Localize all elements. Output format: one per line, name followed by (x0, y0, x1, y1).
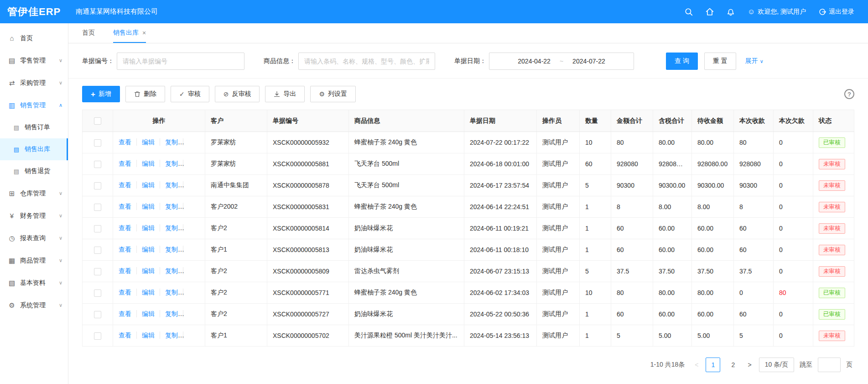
home-icon[interactable] (706, 8, 714, 16)
copy-link[interactable]: 复制 (160, 267, 178, 274)
search-button[interactable]: 查 询 (666, 53, 698, 70)
tab-sales-outbound[interactable]: 销售出库 × (113, 23, 146, 43)
view-link[interactable]: 查看 (119, 181, 131, 189)
delete-link[interactable]: 删除 (183, 138, 201, 146)
sidebar-item-system[interactable]: ⚙ 系统管理 ∨ (0, 294, 68, 316)
view-link[interactable]: 查看 (119, 246, 131, 253)
copy-link[interactable]: 复制 (160, 224, 178, 231)
sidebar-item-warehouse[interactable]: ⊞ 仓库管理 ∨ (0, 182, 68, 205)
row-checkbox[interactable] (94, 182, 101, 189)
view-link[interactable]: 查看 (119, 224, 131, 231)
bell-icon[interactable] (727, 8, 735, 16)
row-checkbox[interactable] (94, 289, 101, 297)
app-logo: 管伊佳ERP (0, 5, 68, 19)
page-size-select[interactable]: 10 条/页 (759, 358, 794, 372)
page-button-2[interactable]: 2 (726, 358, 740, 372)
row-checkbox[interactable] (94, 225, 101, 232)
reset-button[interactable]: 重 置 (704, 53, 736, 70)
view-link[interactable]: 查看 (119, 331, 131, 339)
view-link[interactable]: 查看 (119, 310, 131, 317)
page-button-1[interactable]: 1 (706, 358, 720, 372)
delete-link[interactable]: 删除 (183, 160, 201, 167)
sidebar-item-retail[interactable]: ▤ 零售管理 ∨ (0, 49, 68, 72)
sidebar-item-basics[interactable]: ▧ 基本资料 ∨ (0, 272, 68, 294)
row-checkbox[interactable] (94, 139, 101, 147)
bill-no-input[interactable] (117, 53, 244, 70)
edit-link[interactable]: 编辑 (136, 289, 155, 296)
delete-link[interactable]: 删除 (183, 224, 201, 231)
tab-home[interactable]: 首页 (82, 23, 95, 43)
copy-link[interactable]: 复制 (160, 289, 178, 296)
cell-status: 未审核 (813, 196, 854, 218)
sidebar-item-sales-outbound[interactable]: ▤ 销售出库 (0, 138, 68, 160)
delete-link[interactable]: 删除 (183, 267, 201, 274)
status-badge: 已审核 (819, 309, 845, 320)
export-button[interactable]: 导出 (265, 86, 305, 102)
delete-link[interactable]: 删除 (183, 310, 201, 317)
expand-link[interactable]: 展开 ∨ (745, 57, 764, 65)
edit-link[interactable]: 编辑 (136, 246, 155, 253)
sidebar-item-sales[interactable]: ▥ 销售管理 ∧ (0, 94, 68, 116)
cell-debt: 0 (774, 261, 813, 282)
product-info-input[interactable] (298, 53, 435, 70)
close-icon[interactable]: × (142, 29, 146, 37)
welcome-user[interactable]: ☺ 欢迎您, 测试用户 (748, 8, 806, 16)
next-page-button[interactable]: > (746, 361, 753, 368)
edit-link[interactable]: 编辑 (136, 181, 155, 189)
view-link[interactable]: 查看 (119, 289, 131, 296)
delete-link[interactable]: 删除 (183, 331, 201, 339)
logout-icon (819, 8, 826, 16)
view-link[interactable]: 查看 (119, 203, 131, 210)
view-link[interactable]: 查看 (119, 267, 131, 274)
edit-link[interactable]: 编辑 (136, 224, 155, 231)
column-settings-button[interactable]: ⚙ 列设置 (310, 86, 356, 102)
copy-link[interactable]: 复制 (160, 203, 178, 210)
cell-amount: 5 (611, 325, 653, 347)
copy-link[interactable]: 复制 (160, 138, 178, 146)
date-range-picker[interactable]: 2024-04-22 ~ 2024-07-22 (489, 53, 634, 70)
edit-link[interactable]: 编辑 (136, 138, 155, 146)
audit-button[interactable]: ✓ 审核 (171, 86, 209, 102)
row-checkbox[interactable] (94, 204, 101, 211)
row-checkbox[interactable] (94, 311, 101, 318)
view-link[interactable]: 查看 (119, 138, 131, 146)
copy-link[interactable]: 复制 (160, 181, 178, 189)
search-icon[interactable] (685, 8, 693, 16)
select-all-checkbox[interactable] (94, 117, 101, 125)
logout-button[interactable]: 退出登录 (819, 8, 854, 16)
help-icon[interactable]: ? (844, 89, 854, 99)
add-button[interactable]: + 新增 (82, 86, 120, 102)
date-to-value[interactable]: 2024-07-22 (572, 58, 605, 65)
view-link[interactable]: 查看 (119, 160, 131, 167)
delete-link[interactable]: 删除 (183, 289, 201, 296)
jump-to-input[interactable] (818, 358, 841, 372)
edit-link[interactable]: 编辑 (136, 203, 155, 210)
sidebar-item-home[interactable]: ⌂ 首页 (0, 27, 68, 49)
copy-link[interactable]: 复制 (160, 160, 178, 167)
prev-page-button[interactable]: < (693, 361, 700, 368)
sidebar-item-finance[interactable]: ¥ 财务管理 ∨ (0, 205, 68, 227)
sidebar-item-purchase[interactable]: ⇄ 采购管理 ∨ (0, 72, 68, 94)
sidebar-item-goods[interactable]: ▦ 商品管理 ∨ (0, 249, 68, 272)
copy-link[interactable]: 复制 (160, 331, 178, 339)
delete-link[interactable]: 删除 (183, 181, 201, 189)
cell-debt: 0 (774, 175, 813, 196)
edit-link[interactable]: 编辑 (136, 331, 155, 339)
row-checkbox[interactable] (94, 332, 101, 340)
sidebar-item-sales-order[interactable]: ▤ 销售订单 (0, 116, 68, 138)
delete-link[interactable]: 删除 (183, 203, 201, 210)
copy-link[interactable]: 复制 (160, 246, 178, 253)
sidebar-item-sales-return[interactable]: ▤ 销售退货 (0, 160, 68, 182)
row-checkbox[interactable] (94, 161, 101, 168)
edit-link[interactable]: 编辑 (136, 267, 155, 274)
delete-link[interactable]: 删除 (183, 246, 201, 253)
date-from-value[interactable]: 2024-04-22 (518, 58, 551, 65)
copy-link[interactable]: 复制 (160, 310, 178, 317)
edit-link[interactable]: 编辑 (136, 160, 155, 167)
unaudit-button[interactable]: ⊘ 反审核 (215, 86, 260, 102)
delete-button[interactable]: 删除 (125, 86, 165, 102)
row-checkbox[interactable] (94, 247, 101, 254)
row-checkbox[interactable] (94, 268, 101, 275)
edit-link[interactable]: 编辑 (136, 310, 155, 317)
sidebar-item-reports[interactable]: ◷ 报表查询 ∨ (0, 227, 68, 249)
